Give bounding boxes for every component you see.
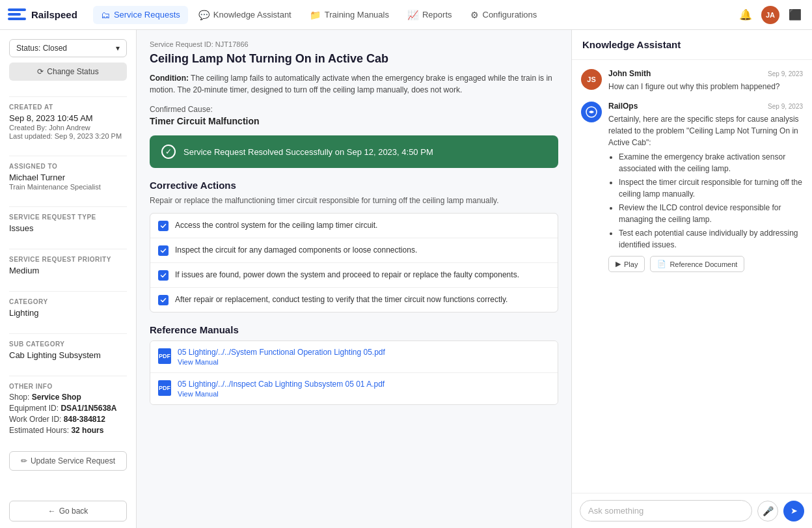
corrective-actions-desc: Repair or replace the malfunctioning tim… xyxy=(150,196,558,205)
hours-value: 32 hours xyxy=(71,426,103,435)
status-label: Status: Closed xyxy=(16,44,67,53)
shop-label: Shop: xyxy=(9,393,29,402)
chat-time-2: Sep 9, 2023 xyxy=(768,103,803,110)
divider-7 xyxy=(9,376,127,376)
divider-6 xyxy=(9,333,127,334)
checklist-item-2-text: Inspect the circuit for any damaged comp… xyxy=(175,245,417,256)
nav-configurations[interactable]: ⚙ Configurations xyxy=(463,6,545,24)
hours-label: Estimated Hours: xyxy=(9,426,69,435)
manual-1-title[interactable]: 05 Lighting/../../System Functional Oper… xyxy=(178,348,385,357)
category-section: CATEGORY Lighting xyxy=(9,298,127,318)
main-content: Service Request ID: NJT17866 Ceiling Lam… xyxy=(137,30,571,528)
condition-text: Condition: The ceiling lamp fails to aut… xyxy=(150,72,558,96)
created-date: Sep 8, 2023 10:45 AM xyxy=(9,113,127,123)
checklist-item: Inspect the circuit for any damaged comp… xyxy=(150,238,558,263)
sr-id: Service Request ID: NJT17866 xyxy=(150,40,558,48)
manual-item-1: PDF 05 Lighting/../../System Functional … xyxy=(150,341,558,373)
checklist-item: If issues are found, power down the syst… xyxy=(150,263,558,288)
bell-icon[interactable]: 🔔 xyxy=(737,6,755,24)
checkbox-4 xyxy=(158,295,169,305)
manual-item-2: PDF 05 Lighting/../../Inspect Cab Lighti… xyxy=(150,373,558,404)
divider-4 xyxy=(9,249,127,249)
condition-prefix: Condition: xyxy=(150,74,189,83)
service-requests-icon: 🗂 xyxy=(101,10,110,20)
reference-document-button[interactable]: 📄 Reference Document xyxy=(650,256,744,272)
chat-name-row-2: RailOps Sep 9, 2023 xyxy=(608,102,803,111)
last-updated: Last updated: Sep 9, 2023 3:20 PM xyxy=(9,132,127,140)
mic-button[interactable]: 🎤 xyxy=(757,501,778,521)
created-at-section: CREATED AT Sep 8, 2023 10:45 AM Created … xyxy=(9,104,127,140)
chat-input[interactable] xyxy=(580,500,752,521)
nav-right: 🔔 JA ⬛ xyxy=(737,6,804,24)
training-manuals-icon: 📁 xyxy=(310,10,321,20)
update-service-request-button[interactable]: ✏ Update Service Request xyxy=(9,451,127,471)
divider-5 xyxy=(9,291,127,292)
go-back-button[interactable]: ← Go back xyxy=(9,501,127,521)
shop-value: Service Shop xyxy=(32,393,81,402)
category-value: Lighting xyxy=(9,308,127,318)
status-dropdown[interactable]: Status: Closed ▾ xyxy=(9,39,127,57)
sr-type-value: Issues xyxy=(9,223,127,233)
chat-bullets: Examine the emergency brake activation s… xyxy=(608,151,803,251)
nav-training-manuals[interactable]: 📁 Training Manuals xyxy=(302,6,397,24)
manual-2-details: 05 Lighting/../../Inspect Cab Lighting S… xyxy=(178,380,385,398)
nav-training-manuals-label: Training Manuals xyxy=(325,10,389,20)
panel-header: Knowledge Assistant xyxy=(572,30,812,60)
refresh-icon: ⟳ xyxy=(37,67,44,76)
nav-knowledge-assistant-label: Knowledge Assistant xyxy=(213,10,291,20)
chat-actions: ▶ Play 📄 Reference Document xyxy=(608,256,803,272)
chat-message-2: RailOps Sep 9, 2023 Certainly, here are … xyxy=(581,102,803,272)
chat-sender-2: RailOps xyxy=(608,102,638,111)
logo-icon xyxy=(8,8,26,21)
change-status-label: Change Status xyxy=(47,67,98,76)
assigned-to-section: ASSIGNED TO Michael Turner Train Mainten… xyxy=(9,163,127,191)
checklist-item-3-text: If issues are found, power down the syst… xyxy=(175,270,519,281)
other-info-section: OTHER INFO Shop: Service Shop Equipment … xyxy=(9,383,127,437)
work-order-value: 848-384812 xyxy=(64,415,105,424)
play-button[interactable]: ▶ Play xyxy=(608,256,645,272)
change-status-button[interactable]: ⟳ Change Status xyxy=(9,63,127,81)
checkbox-2 xyxy=(158,245,169,256)
chat-text-2-intro: Certainly, here are the specific steps f… xyxy=(608,115,799,147)
success-banner: ✓ Service Request Resolved Successfully … xyxy=(150,135,558,168)
top-nav: Railspeed 🗂 Service Requests 💬 Knowledge… xyxy=(0,0,812,30)
sub-category-label: SUB CATEGORY xyxy=(9,340,127,348)
manual-2-title[interactable]: 05 Lighting/../../Inspect Cab Lighting S… xyxy=(178,380,385,389)
divider-1 xyxy=(9,96,127,97)
reference-manuals: PDF 05 Lighting/../../System Functional … xyxy=(150,340,558,405)
send-icon: ➤ xyxy=(791,506,798,516)
nav-reports[interactable]: 📈 Reports xyxy=(399,6,460,24)
equipment-row: Equipment ID: DSA1/1N5638A xyxy=(9,404,127,413)
logout-icon[interactable]: ⬛ xyxy=(786,6,804,24)
user-avatar[interactable]: JA xyxy=(761,6,779,24)
nav-service-requests[interactable]: 🗂 Service Requests xyxy=(93,6,188,24)
app-name: Railspeed xyxy=(31,9,77,20)
equipment-value: DSA1/1N5638A xyxy=(61,404,116,413)
manual-1-view[interactable]: View Manual xyxy=(178,358,385,366)
confirmed-cause-label: Confirmed Cause: xyxy=(150,105,558,114)
divider-2 xyxy=(9,156,127,156)
nav-configurations-label: Configurations xyxy=(483,10,537,20)
assigned-to-label: ASSIGNED TO xyxy=(9,163,127,170)
nav-knowledge-assistant[interactable]: 💬 Knowledge Assistant xyxy=(191,6,299,24)
bullet-1: Examine the emergency brake activation s… xyxy=(619,151,803,174)
created-at-label: CREATED AT xyxy=(9,104,127,111)
send-button[interactable]: ➤ xyxy=(783,501,804,521)
other-info-label: OTHER INFO xyxy=(9,383,127,390)
chat-input-area: 🎤 ➤ xyxy=(572,493,812,528)
sidebar: Status: Closed ▾ ⟳ Change Status CREATED… xyxy=(0,30,137,528)
sr-priority-section: SERVICE REQUEST PRIORITY Medium xyxy=(9,256,127,275)
knowledge-panel: Knowledge Assistant JS John Smith Sep 9,… xyxy=(571,30,812,528)
update-btn-label: Update Service Request xyxy=(31,456,115,465)
chat-bubble-2: RailOps Sep 9, 2023 Certainly, here are … xyxy=(608,102,803,272)
mic-icon: 🎤 xyxy=(763,506,774,516)
play-label: Play xyxy=(624,260,638,268)
sr-type-section: SERVICE REQUEST TYPE Issues xyxy=(9,214,127,233)
chat-bubble-1: John Smith Sep 9, 2023 How can I figure … xyxy=(608,69,803,92)
created-by: Created By: John Andrew xyxy=(9,124,127,132)
chat-text-2: Certainly, here are the specific steps f… xyxy=(608,113,803,251)
sr-priority-value: Medium xyxy=(9,266,127,275)
shop-row: Shop: Service Shop xyxy=(9,393,127,402)
chat-message-1: JS John Smith Sep 9, 2023 How can I figu… xyxy=(581,69,803,92)
manual-2-view[interactable]: View Manual xyxy=(178,390,385,398)
